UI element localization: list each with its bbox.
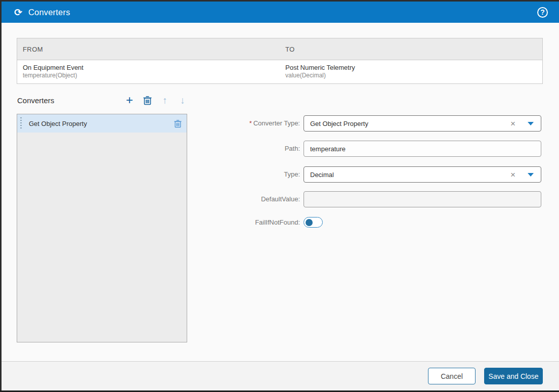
form-row-type: Type: Decimal ×: [207, 166, 541, 183]
from-trigger-name: On Equipment Event: [23, 63, 280, 72]
list-item-get-object-property[interactable]: Get Object Property: [17, 114, 187, 133]
from-parameter: temperature(Object): [23, 72, 280, 79]
chevron-down-icon[interactable]: [528, 173, 534, 177]
trash-icon: [143, 96, 152, 105]
dialog-footer: Cancel Save and Close: [2, 361, 559, 390]
dialog-title: Converters: [28, 8, 70, 17]
column-header-to: TO: [280, 46, 542, 53]
to-parameter: value(Decimal): [285, 72, 542, 79]
clear-icon[interactable]: ×: [510, 170, 515, 179]
path-value: temperature: [310, 145, 346, 153]
delete-converter-button[interactable]: [142, 94, 153, 106]
table-row: On Equipment Event temperature(Object) P…: [17, 60, 542, 83]
converter-type-dropdown[interactable]: Get Object Property ×: [304, 115, 541, 132]
add-converter-button[interactable]: +: [124, 94, 135, 106]
path-label: Path:: [207, 141, 304, 157]
dialog-titlebar: ⟳ Converters ?: [2, 2, 559, 23]
path-input[interactable]: temperature: [304, 141, 541, 157]
column-header-from: FROM: [17, 46, 280, 53]
form-row-defaultvalue: DefaultValue:: [207, 191, 541, 207]
failifnotfound-label: FailIfNotFound:: [207, 214, 304, 231]
mapping-table: FROM TO On Equipment Event temperature(O…: [17, 38, 543, 84]
list-item-label: Get Object Property: [29, 120, 174, 127]
form-row-failifnotfound: FailIfNotFound:: [207, 214, 323, 231]
failifnotfound-toggle[interactable]: [304, 217, 323, 228]
clear-icon[interactable]: ×: [510, 119, 515, 128]
save-and-close-button[interactable]: Save and Close: [484, 368, 543, 384]
arrow-up-icon: ↑: [162, 96, 167, 105]
help-icon[interactable]: ?: [537, 7, 548, 18]
type-dropdown[interactable]: Decimal ×: [304, 166, 541, 183]
move-down-button[interactable]: ↓: [177, 94, 188, 106]
mapping-table-header: FROM TO: [17, 38, 542, 60]
converter-type-value: Get Object Property: [310, 120, 510, 127]
required-marker: *: [249, 119, 252, 127]
type-value: Decimal: [310, 171, 510, 179]
defaultvalue-input[interactable]: [304, 191, 541, 207]
chevron-down-icon[interactable]: [528, 122, 534, 125]
toggle-knob: [306, 219, 313, 226]
converter-refresh-icon: ⟳: [14, 8, 22, 17]
form-row-path: Path: temperature: [207, 141, 541, 157]
cancel-button[interactable]: Cancel: [428, 368, 476, 384]
to-action-name: Post Numeric Telemetry: [285, 63, 542, 72]
converters-list: Get Object Property: [17, 114, 187, 342]
trash-icon[interactable]: [174, 119, 182, 128]
drag-handle-icon[interactable]: [20, 117, 22, 129]
move-up-button[interactable]: ↑: [159, 94, 170, 106]
defaultvalue-label: DefaultValue:: [207, 191, 304, 207]
arrow-down-icon: ↓: [180, 96, 185, 105]
page-edge-left: [0, 0, 2, 392]
type-label: Type:: [207, 166, 304, 183]
converters-toolbar: + ↑ ↓: [124, 94, 188, 106]
converter-type-label: *Converter Type:: [207, 115, 304, 132]
form-row-converter-type: *Converter Type: Get Object Property ×: [207, 115, 541, 132]
converters-list-title: Converters: [17, 96, 54, 105]
plus-icon: +: [126, 94, 133, 106]
